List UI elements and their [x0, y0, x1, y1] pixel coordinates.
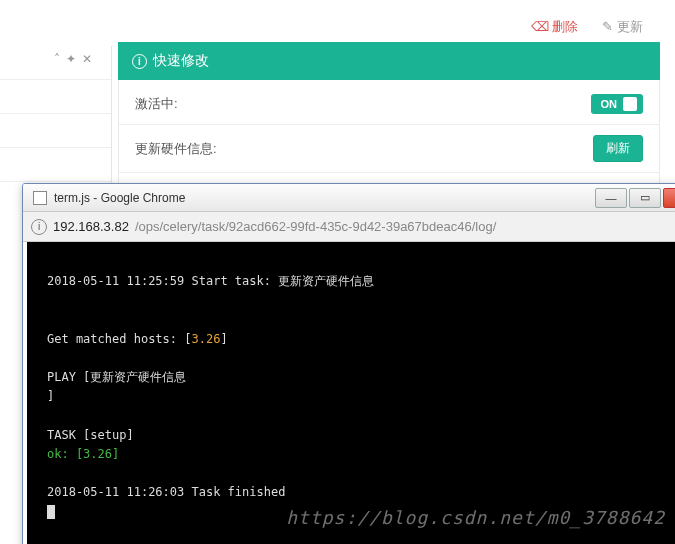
url-path: /ops/celery/task/92acd662-99fd-435c-9d42… [135, 219, 496, 234]
refresh-button[interactable]: 刷新 [593, 135, 643, 162]
tool-icon[interactable]: ✦ [66, 52, 76, 66]
window-buttons: — ▭ ✕ [593, 188, 675, 208]
label-update-hw: 更新硬件信息: [135, 140, 217, 158]
chrome-window: term.js - Google Chrome — ▭ ✕ i 192.168.… [22, 183, 675, 544]
terminal-output[interactable]: 2018-05-11 11:25:59 Start task: 更新资产硬件信息… [27, 242, 675, 544]
collapse-icon[interactable]: ˄ [54, 52, 60, 66]
delete-link[interactable]: ⌫ 删除 [531, 18, 579, 36]
row-update-hw: 更新硬件信息: 刷新 [119, 125, 659, 173]
panel-header: i 快速修改 [118, 42, 660, 80]
edit-icon: ✎ [602, 19, 613, 34]
close-icon[interactable]: ✕ [82, 52, 92, 66]
update-link[interactable]: ✎ 更新 [602, 18, 643, 36]
info-icon: i [132, 54, 147, 69]
terminal-cursor [47, 505, 55, 519]
row-active: 激活中: ON [119, 84, 659, 125]
panel-title: 快速修改 [153, 52, 209, 70]
close-button[interactable]: ✕ [663, 188, 675, 208]
address-bar[interactable]: i 192.168.3.82/ops/celery/task/92acd662-… [23, 212, 675, 242]
active-toggle[interactable]: ON [591, 94, 644, 114]
url-host: 192.168.3.82 [53, 219, 129, 234]
left-toolbar: ˄ ✦ ✕ [54, 52, 92, 66]
toggle-text: ON [601, 98, 618, 110]
label-active: 激活中: [135, 95, 178, 113]
window-titlebar[interactable]: term.js - Google Chrome — ▭ ✕ [23, 184, 675, 212]
top-actions: ⌫ 删除 ✎ 更新 [531, 18, 643, 36]
site-info-icon[interactable]: i [31, 219, 47, 235]
page-background: ⌫ 删除 ✎ 更新 ˄ ✦ ✕ i 快速修改 激活中: ON [0, 0, 675, 544]
terminal-text: 2018-05-11 11:25:59 Start task: 更新资产硬件信息… [47, 272, 675, 521]
update-label: 更新 [617, 19, 643, 34]
toggle-knob [623, 97, 637, 111]
window-title: term.js - Google Chrome [54, 191, 593, 205]
trash-icon: ⌫ [531, 19, 549, 34]
delete-label: 删除 [552, 19, 578, 34]
maximize-button[interactable]: ▭ [629, 188, 661, 208]
minimize-button[interactable]: — [595, 188, 627, 208]
page-favicon-icon [33, 191, 47, 205]
